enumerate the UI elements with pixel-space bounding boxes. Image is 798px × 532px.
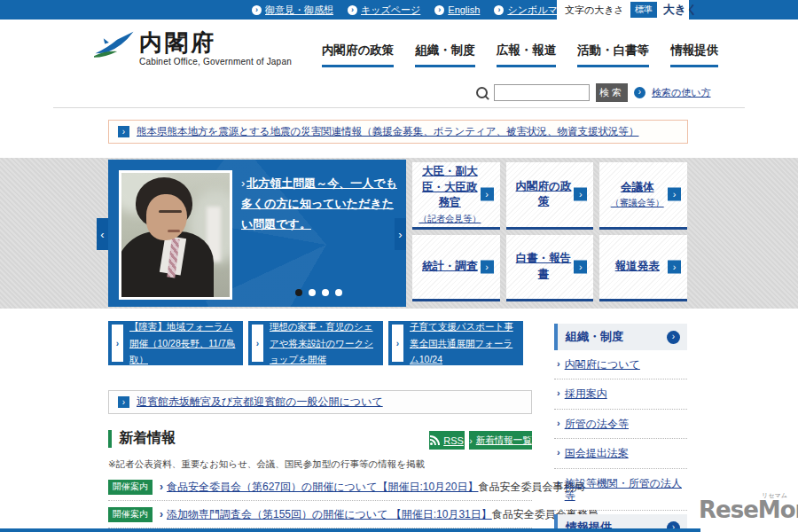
- search-input[interactable]: [494, 84, 590, 101]
- header-divider: [53, 107, 745, 108]
- rss-button[interactable]: RSS: [429, 431, 465, 450]
- search-section: 検索 › 検索の使い方: [0, 80, 798, 108]
- banner-workshop[interactable]: › 理想の家事・育児のシェアや将来設計のワークショップを開催: [248, 321, 383, 365]
- chevron-right-square-icon: ›: [118, 396, 129, 408]
- cao-swoosh-logo-icon: [94, 30, 135, 64]
- site-header: 内閣府 Cabinet Office, Government of Japan …: [0, 20, 798, 80]
- font-size-large-button[interactable]: 大きく: [663, 2, 699, 18]
- nav-organization[interactable]: 組織・制度: [415, 43, 475, 67]
- kids-page-link[interactable]: › キッズページ: [348, 4, 420, 17]
- quick-links-grid: 大臣・副大臣・大臣政務官 （記者会見等） › 内閣府の政策 › 会議体 （審議会…: [412, 162, 687, 301]
- carousel-dot-1[interactable]: [295, 289, 302, 296]
- quick-link-title: 白書・報告書: [512, 251, 576, 282]
- hero-caption-text: 北方領土問題～今、一人でも多くの方に知っていただきたい問題です。: [241, 176, 397, 231]
- sidebar-item-label: 国会提出法案: [565, 447, 629, 459]
- sidebar-item-recruitment[interactable]: › 採用案内: [554, 379, 687, 409]
- news-item: 開催案内 › 添加物専門調査会（第155回）の開催について 【開催日:10月31…: [108, 501, 532, 528]
- carousel-dot-4[interactable]: [335, 289, 342, 296]
- font-size-standard-button[interactable]: 標準: [630, 2, 657, 18]
- chevron-right-icon: ›: [557, 477, 560, 488]
- quick-link-title: 会議体: [621, 180, 654, 196]
- site-title-group: 内閣府 Cabinet Office, Government of Japan: [139, 30, 292, 66]
- sidebar-item-about-cao[interactable]: › 内閣府について: [554, 350, 687, 379]
- search-icon: [476, 87, 488, 98]
- banner-regional-forum[interactable]: › 【障害】地域フォーラム開催（10/28長野、11/7鳥取）: [108, 321, 243, 365]
- sidebar-section-organization[interactable]: 組織・制度 ›: [554, 324, 687, 350]
- news-item-link[interactable]: 食品安全委員会（第627回）の開催について【開催日:10月20日】: [167, 480, 478, 495]
- chevron-right-circle-icon: ›: [348, 5, 357, 15]
- sidebar-item-label: 所管の法令等: [565, 418, 629, 430]
- sidebar-item-laws[interactable]: › 所管の法令等: [554, 410, 687, 439]
- chevron-right-icon: ›: [557, 447, 560, 458]
- event-badge: 開催案内: [108, 480, 153, 495]
- banner-label: 子育て支援パスポート事業全国共通展開フォーラム10/24: [410, 318, 520, 369]
- quick-link-press-releases[interactable]: 報道発表 ›: [599, 235, 687, 302]
- search-button[interactable]: 検索: [596, 83, 628, 102]
- banner-childcare-forum[interactable]: › 子育て支援パスポート事業全国共通展開フォーラム10/24: [388, 321, 523, 365]
- hero-carousel: ›北方領土問題～今、一人でも多くの方に知っていただきたい問題です。: [108, 160, 406, 307]
- feedback-link-label: 御意見・御感想: [265, 4, 333, 17]
- quick-link-statistics[interactable]: 統計・調査 ›: [412, 235, 500, 302]
- resemom-logo-text: ReseMom.: [699, 497, 798, 523]
- carousel-next-button[interactable]: ›: [395, 218, 406, 250]
- hero-caption-link[interactable]: ›北方領土問題～今、一人でも多くの方に知っていただきたい問題です。: [241, 174, 401, 234]
- quick-link-subtitle: （記者会見等）: [419, 213, 481, 225]
- news-item-link[interactable]: 添加物専門調査会（第155回）の開催について 【開催日:10月31日】: [167, 507, 492, 522]
- chevron-right-circle-icon: ›: [434, 5, 444, 15]
- hero-photo: [119, 170, 232, 300]
- nav-activities-whitepapers[interactable]: 活動・白書等: [577, 43, 649, 67]
- quick-link-title: 報道発表: [615, 259, 660, 275]
- quick-link-subtitle: （審議会等）: [611, 197, 664, 209]
- chevron-right-icon: ›: [557, 418, 560, 428]
- chevron-right-circle-icon: ›: [494, 5, 504, 15]
- resemom-watermark: リセマム ReseMom.: [697, 491, 798, 530]
- promo-banners: › 【障害】地域フォーラム開催（10/28長野、11/7鳥取） › 理想の家事・…: [108, 321, 523, 365]
- footer-top-edge: [0, 528, 700, 532]
- chevron-right-square-icon: ›: [668, 188, 681, 201]
- nav-information[interactable]: 情報提供: [670, 43, 718, 67]
- chevron-right-circle-icon: ›: [634, 87, 645, 98]
- news-heading: 新着情報: [108, 429, 176, 448]
- sidebar-item-label: 施設等機関・所管の法人等: [565, 477, 687, 503]
- guesthouse-notice-link[interactable]: 迎賓館赤坂離宮及び京都迎賓館の一般公開について: [137, 395, 383, 410]
- search-help-link[interactable]: 検索の使い方: [652, 86, 711, 99]
- font-size-switcher: 文字の大きさ 標準 大きく: [557, 0, 689, 20]
- quick-link-policies[interactable]: 内閣府の政策 ›: [506, 162, 594, 230]
- chevron-right-square-icon: ›: [574, 260, 587, 273]
- carousel-prev-button[interactable]: ‹: [97, 218, 108, 250]
- photo-man-mouth: [168, 230, 180, 232]
- carousel-dot-2[interactable]: [309, 289, 316, 296]
- search-controls: 検索 › 検索の使い方: [476, 83, 711, 102]
- chevron-right-square-icon: ›: [668, 260, 681, 273]
- sidebar-item-facilities[interactable]: › 施設等機関・所管の法人等: [554, 469, 687, 512]
- english-link[interactable]: › English: [434, 4, 480, 15]
- chevron-right-tab-icon: ›: [112, 325, 123, 362]
- chevron-right-square-icon: ›: [118, 126, 129, 137]
- carousel-dots: [295, 289, 342, 296]
- sidebar-item-label: 内閣府について: [565, 358, 640, 371]
- right-sidebar: 組織・制度 › › 内閣府について › 採用案内 › 所管の法令等 › 国会提出…: [554, 324, 687, 532]
- rss-icon: [430, 435, 440, 445]
- chevron-right-icon: ›: [469, 435, 473, 446]
- guesthouse-notice-box: › 迎賓館赤坂離宮及び京都迎賓館の一般公開について: [108, 390, 532, 414]
- heading-accent-bar: [108, 430, 112, 448]
- sidebar-item-diet-bills[interactable]: › 国会提出法案: [554, 439, 687, 468]
- quick-link-whitepapers[interactable]: 白書・報告書 ›: [506, 235, 594, 302]
- news-list-button[interactable]: › 新着情報一覧: [469, 431, 532, 450]
- quick-link-ministers[interactable]: 大臣・副大臣・大臣政務官 （記者会見等） ›: [412, 162, 500, 230]
- photo-man-glasses: [159, 210, 182, 213]
- quick-link-title: 内閣府の政策: [512, 179, 576, 210]
- feedback-link[interactable]: › 御意見・御感想: [252, 4, 333, 17]
- chevron-right-icon: ›: [160, 481, 163, 493]
- carousel-dot-3[interactable]: [322, 289, 329, 296]
- quick-link-title: 統計・調査: [422, 259, 478, 275]
- banner-label: 理想の家事・育児のシェアや将来設計のワークショップを開催: [270, 318, 379, 369]
- site-logo[interactable]: 内閣府 Cabinet Office, Government of Japan: [94, 30, 292, 66]
- quick-link-councils[interactable]: 会議体 （審議会等） ›: [599, 162, 687, 230]
- banner-label: 【障害】地域フォーラム開催（10/28長野、11/7鳥取）: [129, 318, 239, 369]
- news-list: 開催案内 › 食品安全委員会（第627回）の開催について【開催日:10月20日】…: [108, 473, 532, 528]
- disaster-alert-link[interactable]: 熊本県熊本地方を震源とする地震の災害関連情報（義援金募集、ボランティア、被害状況…: [137, 125, 638, 138]
- nav-public-relations[interactable]: 広報・報道: [497, 43, 557, 67]
- chevron-right-circle-icon: ›: [252, 5, 262, 15]
- nav-policies[interactable]: 内閣府の政策: [322, 43, 394, 67]
